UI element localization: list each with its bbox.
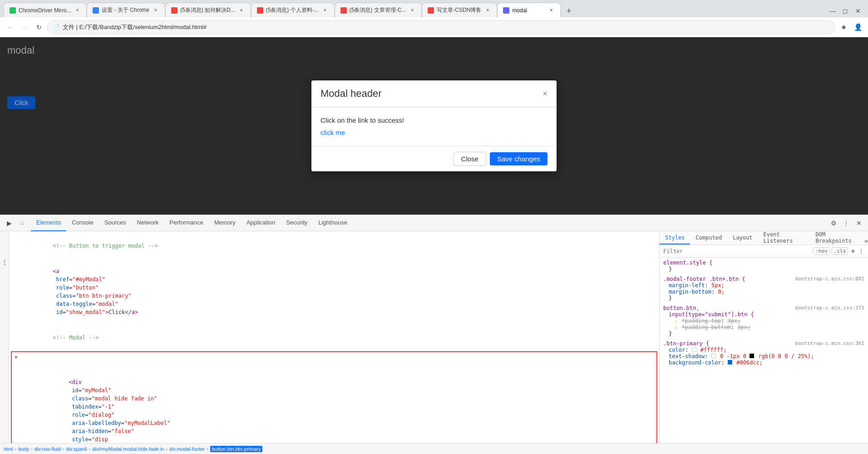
page-content: modal Click Modal header × Click on the …	[0, 37, 868, 215]
tab-title-2: 设置 - 关于 Chrome	[102, 6, 149, 14]
devtools-left-gutter-icons: ▶ ◽	[4, 218, 27, 229]
style-selector-button-btn: button.btn, bootstrap-c.min.css:373	[663, 305, 864, 311]
tab-1[interactable]: ChromeDriver Mirro... ×	[4, 3, 87, 17]
devtools-more-icon[interactable]: ⋮	[841, 218, 852, 229]
code-region-red-box: ▼ <div id="myModal" class="modal hide fa…	[11, 351, 657, 443]
tab-title-1: ChromeDriver Mirro...	[19, 7, 71, 14]
tab-security[interactable]: Security	[281, 215, 313, 231]
tab-network[interactable]: Network	[132, 215, 164, 231]
devtools-settings-icon[interactable]: ⚙	[828, 218, 839, 229]
breadcrumb-modal-footer[interactable]: div.modal-footer	[169, 446, 205, 452]
tab-favicon-7	[503, 7, 509, 14]
tab-favicon-6	[428, 7, 434, 14]
vertical-dots[interactable]: ⋮	[0, 259, 9, 266]
tab-title-5: (5条消息) 文章管理-C...	[350, 6, 406, 14]
inspect-element-icon[interactable]: ▶	[4, 218, 15, 229]
bookmark-button[interactable]: ★	[837, 21, 850, 34]
address-bar[interactable]: 📄 文件 | E:/下载/Bandzip下载/selenium2html/mod…	[47, 20, 835, 34]
profile-button[interactable]: 👤	[852, 21, 864, 34]
styles-filter-bar: :hov .cls + ⋮	[660, 245, 868, 258]
code-line-comment-1: <!-- Button to trigger modal -->	[9, 233, 659, 259]
device-mode-icon[interactable]: ◽	[16, 218, 27, 229]
styles-cls-badge[interactable]: .cls	[832, 247, 848, 255]
tab-memory[interactable]: Memory	[209, 215, 241, 231]
modal-close-x-button[interactable]: ×	[542, 89, 547, 99]
modal-dialog: Modal header × Click on the link to succ…	[311, 80, 557, 171]
tab-application[interactable]: Application	[241, 215, 281, 231]
tab-close-7[interactable]: ×	[547, 7, 555, 14]
code-line-modal-div[interactable]: ▼ <div id="myModal" class="modal hide fa…	[12, 353, 656, 443]
tab-bar: ChromeDriver Mirro... × 设置 - 关于 Chrome ×…	[0, 0, 868, 17]
styles-add-rule-icon[interactable]: +	[851, 247, 855, 255]
modal-save-button[interactable]: Save changes	[490, 152, 547, 165]
tab-console[interactable]: Console	[66, 215, 99, 231]
forward-button[interactable]: →	[18, 21, 31, 34]
tab-5[interactable]: (5条消息) 文章管理-C... ×	[335, 3, 422, 17]
modal-link[interactable]: click me	[321, 129, 345, 136]
tab-sources[interactable]: Sources	[99, 215, 132, 231]
modal-body-text: Click on the link to success!	[321, 116, 547, 124]
back-button[interactable]: ←	[4, 21, 16, 34]
devtools-left-gutter: ⋮	[0, 231, 9, 443]
lock-icon: 📄	[53, 24, 60, 30]
code-line-anchor[interactable]: <a href="#myModal" role="button" class="…	[9, 259, 659, 325]
tab-close-6[interactable]: ×	[484, 7, 491, 14]
maximize-button[interactable]: ◻	[839, 5, 852, 17]
tab-favicon-5	[340, 7, 347, 14]
styles-tab-dom-breakpoints[interactable]: DOM Breakpoints	[810, 232, 863, 244]
styles-filter-input[interactable]	[663, 248, 811, 254]
styles-tab-more[interactable]: »	[864, 237, 868, 244]
breadcrumb-html[interactable]: html	[4, 446, 13, 452]
address-text: 文件 | E:/下载/Bandzip下载/selenium2html/modal…	[63, 23, 829, 31]
tab-performance[interactable]: Performance	[164, 215, 208, 231]
breadcrumb-btn-primary[interactable]: button.btn.btn-primary	[210, 446, 263, 452]
styles-tab-computed[interactable]: Computed	[690, 232, 727, 244]
reload-button[interactable]: ↻	[33, 21, 45, 34]
tab-close-1[interactable]: ×	[74, 7, 81, 14]
elements-panel[interactable]: <!-- Button to trigger modal --> <a href…	[9, 231, 659, 443]
tab-favicon-4	[257, 7, 263, 14]
modal-footer: Close Save changes	[311, 146, 557, 171]
devtools-close-icon[interactable]: ✕	[853, 218, 864, 229]
breadcrumb-body[interactable]: body	[18, 446, 29, 452]
tab-7[interactable]: modal ×	[497, 3, 561, 17]
tab-close-2[interactable]: ×	[152, 7, 159, 14]
tab-title-4: (5条消息) 个人资料-...	[266, 6, 319, 14]
breadcrumb-bar: html › body › div.row-fluid › div.span6 …	[0, 443, 868, 454]
styles-panel: Styles Computed Layout Event Listeners D…	[659, 231, 868, 443]
breadcrumb-mymodal[interactable]: div#myModal.modal.hide.fade.in	[92, 446, 164, 452]
breadcrumb-span6[interactable]: div.span6	[66, 446, 87, 452]
styles-hov-badge[interactable]: :hov	[813, 247, 830, 255]
modal-close-button[interactable]: Close	[454, 152, 486, 166]
styles-tab-layout[interactable]: Layout	[727, 232, 758, 244]
tab-6[interactable]: 写文章-CSDN博客 ×	[422, 3, 497, 17]
minimize-button[interactable]: —	[826, 5, 839, 17]
styles-content: element.style { } .modal-footer .btn+.bt…	[660, 258, 868, 443]
modal-header: Modal header ×	[311, 80, 557, 107]
breadcrumb-row-fluid[interactable]: div.row-fluid	[35, 446, 61, 452]
tab-title-3: (5条消息) 如何解决D...	[180, 6, 235, 14]
devtools: ▶ ◽ Elements Console Sources Network Per…	[0, 215, 868, 454]
styles-tab-event-listeners[interactable]: Event Listeners	[758, 232, 810, 244]
close-window-button[interactable]: ✕	[852, 5, 864, 17]
tab-close-5[interactable]: ×	[409, 7, 416, 14]
tab-elements[interactable]: Elements	[31, 215, 66, 231]
style-selector-modal-footer: .modal-footer .btn+.btn { bootstrap-c.mi…	[663, 276, 864, 282]
tab-lighthouse[interactable]: Lighthouse	[313, 215, 353, 231]
style-rule-button-btn: button.btn, bootstrap-c.min.css:373 inpu…	[663, 305, 864, 337]
tab-favicon-2	[93, 7, 99, 14]
new-tab-button[interactable]: +	[562, 5, 575, 17]
tab-favicon-3	[171, 7, 178, 14]
code-line-comment-2: <!-- Modal -->	[9, 325, 659, 350]
styles-more-icon[interactable]: ⋮	[858, 248, 864, 255]
devtools-body: ⋮ <!-- Button to trigger modal --> <a hr…	[0, 231, 868, 443]
tab-close-4[interactable]: ×	[321, 7, 329, 14]
tab-favicon-1	[10, 7, 16, 14]
tab-3[interactable]: (5条消息) 如何解决D... ×	[165, 3, 251, 17]
html-comment: <!-- Button to trigger modal -->	[53, 243, 158, 249]
styles-tab-styles[interactable]: Styles	[660, 232, 690, 244]
tab-4[interactable]: (5条消息) 个人资料-... ×	[251, 3, 335, 17]
tab-close-3[interactable]: ×	[238, 7, 245, 14]
devtools-tab-bar: ▶ ◽ Elements Console Sources Network Per…	[0, 215, 868, 231]
tab-2[interactable]: 设置 - 关于 Chrome ×	[87, 3, 165, 17]
